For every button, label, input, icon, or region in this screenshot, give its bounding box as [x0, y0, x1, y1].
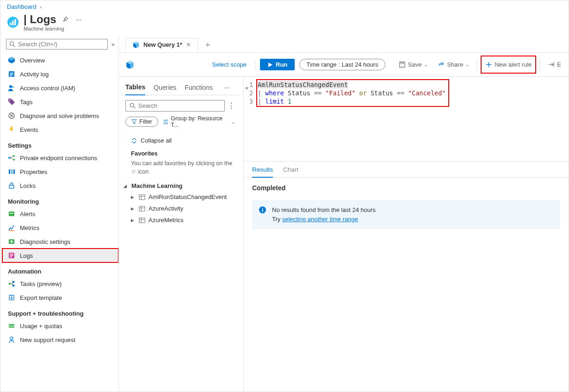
query-tab[interactable]: New Query 1* ✕: [125, 38, 198, 51]
export-button[interactable]: E: [545, 59, 562, 70]
explorer-more-button[interactable]: ⋯: [221, 81, 233, 94]
explorer-search-input[interactable]: [138, 102, 221, 109]
svg-rect-37: [139, 194, 145, 199]
nav-section-automation: Automation: [2, 262, 118, 277]
add-tab-button[interactable]: ＋: [204, 39, 212, 50]
nav-section-settings: Settings: [2, 137, 118, 151]
groupby-selector[interactable]: Group by: Resource T... ⌄: [163, 115, 235, 128]
export-icon: [548, 61, 555, 68]
new-alert-rule-button[interactable]: New alert rule: [482, 56, 535, 73]
svg-point-4: [10, 42, 13, 45]
nav-export-template[interactable]: Export template: [2, 291, 118, 305]
svg-rect-7: [10, 73, 13, 74]
table-icon: [139, 205, 145, 212]
diagnose-icon: [8, 112, 15, 119]
line-gutter: 1 2 3: [244, 81, 258, 106]
chevron-down-icon: ⌄: [231, 119, 235, 124]
sidebar-search-input[interactable]: [18, 41, 105, 48]
time-range-selector[interactable]: Time range : Last 24 hours: [299, 59, 385, 70]
nav-label: Diagnostic settings: [20, 238, 70, 245]
svg-rect-9: [10, 75, 12, 76]
share-icon: [438, 61, 445, 68]
results-tab-results[interactable]: Results: [252, 166, 273, 178]
collapse-all-button[interactable]: Collapse all: [131, 135, 235, 146]
nav-tasks[interactable]: Tasks (preview): [2, 277, 118, 291]
table-icon: [139, 194, 145, 200]
nav-activity-log[interactable]: Activity log: [2, 67, 118, 81]
nav-properties[interactable]: Properties: [2, 165, 118, 179]
info-banner: No results found from the last 24 hours …: [252, 200, 560, 229]
nav-label: Diagnose and solve problems: [20, 112, 99, 119]
breadcrumb-root[interactable]: Dashboard: [7, 3, 37, 10]
close-tab-icon[interactable]: ✕: [186, 41, 191, 48]
sidebar-search[interactable]: [6, 39, 108, 50]
nav-locks[interactable]: Locks: [2, 179, 118, 193]
svg-point-10: [9, 85, 12, 88]
svg-point-15: [13, 155, 15, 157]
export-icon: [8, 294, 15, 301]
nav-events[interactable]: Events: [2, 123, 118, 137]
pin-button[interactable]: [60, 14, 70, 25]
table-item[interactable]: ▶ AzureMetrics: [131, 214, 235, 226]
svg-rect-17: [9, 169, 10, 174]
table-item[interactable]: ▶ AzureActivity: [131, 203, 235, 214]
chevron-down-icon: ⌄: [465, 62, 469, 67]
code-highlight-box: AmlRunStatusChangedEvent | where Status …: [258, 81, 448, 106]
lock-icon: [8, 182, 15, 189]
select-scope-link[interactable]: Select scope: [212, 61, 247, 68]
run-button[interactable]: Run: [260, 59, 295, 70]
nav-usage-quotas[interactable]: Usage + quotas: [2, 319, 118, 333]
svg-rect-22: [10, 213, 13, 214]
explorer-search[interactable]: [125, 100, 225, 112]
caret-right-icon: ▶: [131, 206, 136, 211]
main-panel: New Query 1* ✕ ＋ Select scope Run Time r…: [119, 36, 569, 392]
nav-tags[interactable]: Tags: [2, 95, 118, 109]
nav-diagnose[interactable]: Diagnose and solve problems: [2, 109, 118, 123]
sidebar-collapse-icon[interactable]: «: [111, 41, 115, 48]
support-icon: [8, 336, 15, 343]
nav-metrics[interactable]: Metrics: [2, 221, 118, 235]
explorer-options-button[interactable]: ⋮: [228, 101, 235, 110]
caret-down-icon: ◢: [124, 184, 128, 188]
nav-new-support[interactable]: New support request: [2, 333, 118, 347]
svg-rect-42: [262, 209, 263, 212]
info-try: Try: [272, 216, 282, 223]
nav-label: Private endpoint connections: [20, 155, 97, 162]
svg-rect-20: [9, 185, 14, 188]
table-icon: [139, 217, 145, 224]
svg-point-11: [12, 86, 14, 88]
explorer-tab-functions[interactable]: Functions: [185, 81, 213, 95]
explorer-tab-queries[interactable]: Queries: [154, 81, 176, 95]
svg-point-12: [9, 100, 10, 100]
code-area[interactable]: 1 2 3 AmlRunStatusChangedEvent | where S…: [244, 77, 569, 161]
save-button[interactable]: Save⌄: [396, 59, 431, 70]
results-tab-chart[interactable]: Chart: [283, 166, 298, 177]
selecting-time-range-link[interactable]: selecting another time range: [282, 216, 358, 223]
nav-overview[interactable]: Overview: [2, 53, 118, 67]
nav-logs[interactable]: Logs: [2, 249, 118, 262]
nav-diagnostic-settings[interactable]: Diagnostic settings: [2, 235, 118, 249]
results-status: Completed: [244, 178, 569, 198]
nav-private-endpoint[interactable]: Private endpoint connections: [2, 151, 118, 165]
nav-section-monitoring: Monitoring: [2, 193, 118, 207]
tree-group-ml[interactable]: ◢ Machine Learning: [124, 179, 235, 191]
nav-label: Locks: [20, 182, 36, 189]
more-button[interactable]: ⋯: [74, 14, 84, 25]
access-control-icon: [8, 84, 15, 92]
table-item[interactable]: ▶ AmlRunStatusChangedEvent: [131, 191, 235, 203]
favorites-section: Favorites: [131, 146, 235, 159]
nav-alerts[interactable]: Alerts: [2, 207, 118, 221]
svg-rect-27: [12, 281, 14, 283]
filter-button[interactable]: Filter: [125, 117, 158, 127]
share-button[interactable]: Share⌄: [435, 59, 472, 70]
tasks-icon: [8, 280, 15, 287]
caret-right-icon: ▶: [131, 195, 136, 199]
info-message: No results found from the last 24 hours: [272, 205, 376, 215]
events-icon: [8, 126, 15, 133]
page-subtitle: Machine learning: [24, 26, 84, 31]
activity-log-icon: [8, 70, 15, 78]
explorer-tab-tables[interactable]: Tables: [125, 81, 145, 95]
svg-rect-30: [9, 324, 14, 325]
nav-access-control[interactable]: Access control (IAM): [2, 81, 118, 95]
svg-point-14: [8, 157, 10, 159]
